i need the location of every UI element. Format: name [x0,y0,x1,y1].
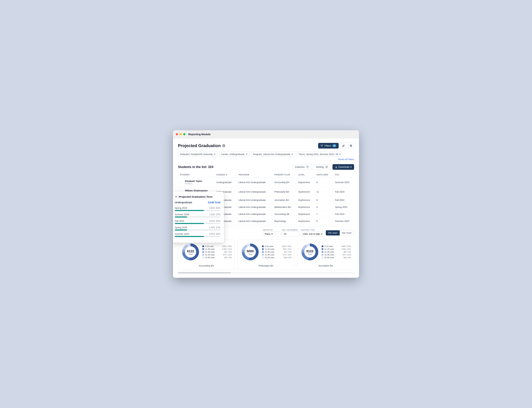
info-icon[interactable]: i [222,144,225,147]
chart-name: Accounting BA [181,264,232,267]
filter-tag-program: Program: Liberal Arts Undergraduate ✕ [251,152,295,157]
row-expand-icon[interactable]: › [180,181,183,184]
row-program: Liberal Arts Undergraduate [236,218,272,225]
undergraduate-header: Undergraduate 5,648 Total [175,201,220,204]
unit-increment-label: Unit increment [282,229,299,231]
th-pgt: PGT [333,172,354,178]
legend-value: 467 / 6% [284,251,291,253]
legend-item: 31-40 units 974 / 12% [202,254,232,256]
bar-chart-button[interactable]: Bar chart [340,230,354,235]
term-name: Fall 2024 [175,220,184,222]
scrollbar[interactable] [178,272,354,273]
row-plan: Mathematics BA [272,204,296,211]
legend-dot [202,257,204,258]
pie-chart-button[interactable]: Pie chart [326,230,340,235]
card-collapse-icon[interactable]: ▼ [175,195,177,198]
filter-tag-institution-remove[interactable]: ✕ [214,153,216,155]
row-plan: Bsychology [272,218,296,225]
chart-legend: 0-10 units 2305 / 53% 11-20 units 1706 /… [202,245,232,259]
row-pgt: Spring 2025 [333,204,354,211]
legend-value: 650 / 8% [224,256,232,259]
page-header: Projected Graduation i Filters 4 [178,143,354,149]
term-pct: 64% [216,233,220,235]
sorting-button[interactable]: Sorting 0 [313,164,331,170]
chart-card-journalism_ba: 8122 Total 0-10 units 2305 / 53% 11-20 u… [297,239,354,270]
row-pgt: Summer 2025 [333,218,354,225]
row-pgt: Fall 2024 [333,187,354,197]
filter-tag-career-remove[interactable]: ✕ [246,153,248,155]
minimize-button[interactable] [180,133,182,135]
donut-chart: 6122 Total [181,242,200,262]
filters-button[interactable]: Filters 4 [318,143,339,149]
legend-dot [202,254,204,256]
legend-item: 0-10 units 2305 / 53% [322,245,351,247]
legend-dot [322,251,323,253]
term-pct: 27% [216,226,220,229]
legend-dot [262,251,264,253]
legend-range: 11-20 units [324,248,340,250]
legend-value: 1706 / 21% [222,248,232,250]
legend-value: 974 / 12% [342,254,351,256]
table-actions: Columns 7 Sorting 0 Download ▾ [292,164,354,170]
term-name: Spring 2024 [175,207,187,209]
legend-range: 41-50 units [265,256,283,259]
unit-increment-select[interactable]: 10 [282,231,299,237]
term-count: 3,615 [209,207,215,209]
row-level: Sophomore [296,218,314,225]
term-row: Spring 2025 1,525 27% [175,226,220,230]
term-name: Summer 2024 [175,213,189,216]
legend-dot [262,257,264,258]
student-name: William Shakespeare [185,189,208,192]
download-button[interactable]: Download ▾ [332,164,354,170]
maximize-button[interactable] [183,133,185,135]
row-pgt: Fall 2024 [333,211,354,218]
table-header-row: STUDENT CAREER ▼ PROGRAM PRIMARY PLAN [178,172,354,178]
term-progress-fill [175,230,187,230]
list-header: Students in the list: 324 Columns 7 Sort… [178,164,354,170]
close-button[interactable] [176,133,178,135]
legend-item: 11-20 units 1706 / 21% [202,248,232,250]
legend-item: 41-50 units 650 / 8% [322,256,351,259]
legend-range: 11-20 units [265,248,282,250]
term-row: Summer 2025 3,615 64% [175,233,220,237]
list-view-button[interactable] [348,143,354,149]
legend-range: 0-10 units [265,245,281,247]
legend-range: 21-30 units [265,251,283,253]
reset-filters-link[interactable]: Reset All Filters [338,158,354,161]
filter-tag-terms: Terms: Spring 2024, Summer 2024, +5 ✕ [297,152,343,157]
svg-rect-4 [350,145,352,146]
sorting-type-select[interactable]: Units: low to high ▾ [301,231,324,237]
app-title: Reporting Module [188,133,211,136]
charts-row: 6122 Total 0-10 units 2305 / 53% 11-20 u… [178,239,354,270]
legend-dot [202,248,204,250]
row-program: Liberal Arts Undergraduate [236,187,272,197]
donut-label: Total [247,253,254,255]
filter-tag-program-remove[interactable]: ✕ [291,153,293,155]
filter-tag-terms-label: Terms: Spring 2024, Summer 2024, +5 [299,153,338,155]
sorting-type-value: Units: low to high [303,233,320,235]
term-progress-fill [175,210,204,211]
row-level: Sophomore [296,211,314,218]
term-progress-bar [175,230,220,230]
th-career[interactable]: CAREER ▼ [214,172,236,178]
legend-range: 31-40 units [324,254,341,256]
legend-range: 41-50 units [205,256,223,259]
columns-count: 7 [306,166,309,168]
term-row: Summer 2024 1,525 27% [175,213,220,218]
chart-card-accounting_ba: 6122 Total 0-10 units 2305 / 53% 11-20 u… [178,239,235,270]
group-by-select[interactable]: Plans ▾ [263,231,280,237]
chart-view-button[interactable] [340,143,346,149]
filter-tag-terms-remove[interactable]: ✕ [339,153,341,155]
title-bar: Reporting Module [173,130,359,138]
table-row[interactable]: › Elizabeth Taylor AA0011 Undergraduate … [178,178,354,187]
filter-tags: Institution: PeopleSoft University ✕ Car… [178,152,354,161]
group-by-value: Plans [265,233,271,235]
card-title-container: ▼ Projected Graduation Term [175,195,220,198]
scrollbar-thumb[interactable] [178,272,231,273]
columns-button[interactable]: Columns 7 [292,164,312,170]
row-level: Sophomore [296,187,314,197]
svg-rect-2 [344,145,344,147]
donut-total: 6122 [187,249,194,253]
term-pct: 64% [216,220,220,222]
legend-dot [262,254,264,256]
